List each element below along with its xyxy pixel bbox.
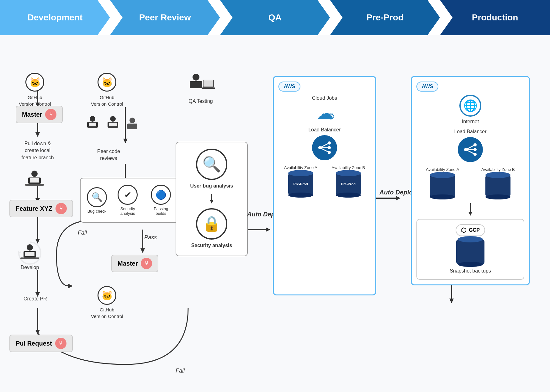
svg-rect-49 bbox=[25, 184, 44, 186]
dev-pul-request-badge: Pul Request ⑂ bbox=[9, 335, 73, 352]
prod-db-b bbox=[485, 175, 510, 197]
phase-dev-label: Development bbox=[27, 13, 82, 23]
preprod-zones: Availability Zone A Pre-Prod Availabilit… bbox=[278, 165, 371, 195]
prod-internet-label: Internet bbox=[462, 118, 479, 125]
svg-line-77 bbox=[466, 145, 475, 150]
svg-line-72 bbox=[320, 148, 329, 152]
svg-point-61 bbox=[130, 118, 135, 123]
preprod-cloud-icon: ☁⚙ bbox=[316, 103, 333, 123]
dev-github-label: GitHubVersion Control bbox=[19, 94, 51, 107]
prod-aws-badge: AWS bbox=[416, 82, 438, 92]
phase-prod-label: Production bbox=[472, 13, 518, 23]
prod-internet: 🌐 Internet bbox=[416, 95, 524, 125]
peer-github-icon: 🐱 bbox=[98, 73, 116, 92]
preprod-lb: Load Balancer bbox=[278, 126, 371, 160]
passing-builds-icon: 🔵 bbox=[151, 185, 171, 205]
prod-gcp-label: GCP bbox=[469, 227, 480, 233]
peer-people-icons bbox=[85, 115, 140, 132]
svg-rect-57 bbox=[89, 123, 96, 126]
qa-analysis-box-inner: 🔍 User bug analysis 🔒 Security analysis bbox=[176, 142, 248, 256]
qa-user-bug-label: User bug analysis bbox=[190, 183, 233, 189]
dev-develop-block: Develop bbox=[19, 244, 41, 271]
peer-master-merge-icon: ⑂ bbox=[141, 258, 152, 269]
dev-create-pr-label: Create PR bbox=[24, 295, 47, 302]
svg-marker-18 bbox=[68, 284, 73, 288]
phase-qa-label: QA bbox=[268, 13, 282, 23]
prod-zone-a: Availability Zone A bbox=[426, 167, 459, 197]
preprod-db1-label: Pre-Prod bbox=[294, 182, 308, 186]
svg-marker-69 bbox=[210, 200, 214, 204]
preprod-cloud-jobs: Cloud Jobs ☁⚙ bbox=[278, 95, 371, 123]
preprod-zone-b: Availability Zone B Pre-Prod bbox=[331, 165, 365, 195]
dev-master-badge-inner: Master ⑂ bbox=[16, 106, 63, 123]
prod-lb-icon bbox=[458, 137, 483, 162]
preprod-db-1: Pre-Prod bbox=[288, 173, 313, 195]
dev-feature-xyz-badge: Feature XYZ ⑂ bbox=[9, 200, 73, 217]
qa-user-bug-icon: 🔍 bbox=[196, 149, 227, 180]
preprod-zone-a: Availability Zone A Pre-Prod bbox=[284, 165, 317, 195]
svg-point-73 bbox=[318, 146, 321, 149]
phase-preprod-label: Pre-Prod bbox=[367, 13, 404, 23]
dev-feature-xyz-inner: Feature XYZ ⑂ bbox=[9, 200, 73, 217]
qa-security-section: 🔒 Security analysis bbox=[191, 208, 232, 249]
prod-gcp-badge: ⬡ GCP bbox=[456, 224, 485, 236]
phase-preprod: Pre-Prod bbox=[330, 0, 440, 35]
svg-rect-66 bbox=[204, 80, 213, 87]
peer-check-icons-row: 🔍 Bug check ✔ Security analysis 🔵 Passin… bbox=[87, 185, 173, 216]
qa-analysis-box: 🔍 User bug analysis 🔒 Security analysis bbox=[176, 142, 248, 256]
preprod-lb-label: Load Balancer bbox=[308, 126, 341, 133]
peer-github-label: GitHubVersion Control bbox=[91, 94, 123, 107]
passing-builds-item: 🔵 Passing builds bbox=[149, 185, 174, 216]
main-content: 🐱 GitHubVersion Control Master ⑂ Pull do… bbox=[0, 35, 550, 392]
peer-master-badge-inner: Master ⑂ bbox=[111, 255, 158, 272]
qa-user-bug-section: 🔍 User bug analysis bbox=[190, 149, 233, 189]
bug-check-icon: 🔍 bbox=[87, 187, 107, 207]
security-analysis-icon: ✔ bbox=[118, 185, 138, 205]
svg-point-47 bbox=[31, 171, 38, 177]
svg-marker-13 bbox=[123, 139, 128, 143]
svg-marker-9 bbox=[35, 330, 40, 335]
qa-fail-label: Fail bbox=[176, 368, 185, 374]
svg-line-79 bbox=[466, 150, 475, 154]
peer-code-reviews-label: Peer codereviews bbox=[97, 148, 120, 162]
svg-marker-20 bbox=[266, 227, 270, 232]
svg-point-82 bbox=[473, 148, 477, 151]
prod-globe-icon: 🌐 bbox=[459, 95, 481, 117]
preprod-aws-box: AWS Cloud Jobs ☁⚙ Load Balancer bbox=[273, 76, 376, 295]
prod-zones: Availability Zone A Availability Zone B bbox=[416, 167, 524, 197]
header-banner: Development Peer Review QA Pre-Prod Prod… bbox=[0, 0, 550, 35]
dev-pulldown-text: Pull down &create localfeature branch bbox=[9, 140, 66, 161]
qa-divider-arrow bbox=[209, 194, 215, 204]
svg-marker-44 bbox=[449, 299, 454, 303]
peer-master-badge: Master ⑂ bbox=[111, 255, 158, 272]
phase-development: Development bbox=[0, 0, 110, 35]
dev-github-icon: 🐱 bbox=[25, 73, 44, 92]
security-analysis-item: ✔ Security analysis bbox=[113, 185, 142, 216]
preprod-db-2: Pre-Prod bbox=[336, 173, 361, 195]
dev-master-merge-icon: ⑂ bbox=[45, 109, 56, 120]
qa-security-icon: 🔒 bbox=[196, 208, 227, 240]
phase-qa: QA bbox=[220, 0, 330, 35]
svg-point-75 bbox=[328, 146, 331, 149]
bug-check-item: 🔍 Bug check bbox=[87, 187, 107, 214]
prod-snapshot-db bbox=[456, 239, 484, 264]
peer-pass-label: Pass bbox=[144, 234, 157, 241]
prod-lb: Load Balancer bbox=[416, 128, 524, 162]
svg-rect-62 bbox=[127, 124, 137, 129]
peer-master-label: Master bbox=[118, 260, 138, 267]
preprod-aws-badge: AWS bbox=[278, 82, 300, 92]
peer-check-box-inner: 🔍 Bug check ✔ Security analysis 🔵 Passin… bbox=[80, 178, 180, 223]
svg-marker-85 bbox=[468, 212, 472, 216]
dev-master-badge: Master ⑂ bbox=[16, 106, 63, 123]
dev-feature-merge-icon: ⑂ bbox=[56, 203, 67, 214]
svg-marker-1 bbox=[35, 132, 40, 137]
svg-point-58 bbox=[110, 116, 116, 122]
prod-db-a bbox=[430, 175, 455, 197]
preprod-cloud-jobs-label: Cloud Jobs bbox=[312, 95, 337, 102]
prod-lb-label: Load Balancer bbox=[454, 128, 486, 135]
peer-check-box: 🔍 Bug check ✔ Security analysis 🔵 Passin… bbox=[80, 178, 180, 223]
phase-production: Production bbox=[440, 0, 550, 35]
prod-to-gcp-arrow bbox=[416, 203, 524, 216]
prod-zone-b: Availability Zone B bbox=[481, 167, 515, 197]
prod-gcp-box: ⬡ GCP Snapshot backups bbox=[416, 219, 524, 280]
